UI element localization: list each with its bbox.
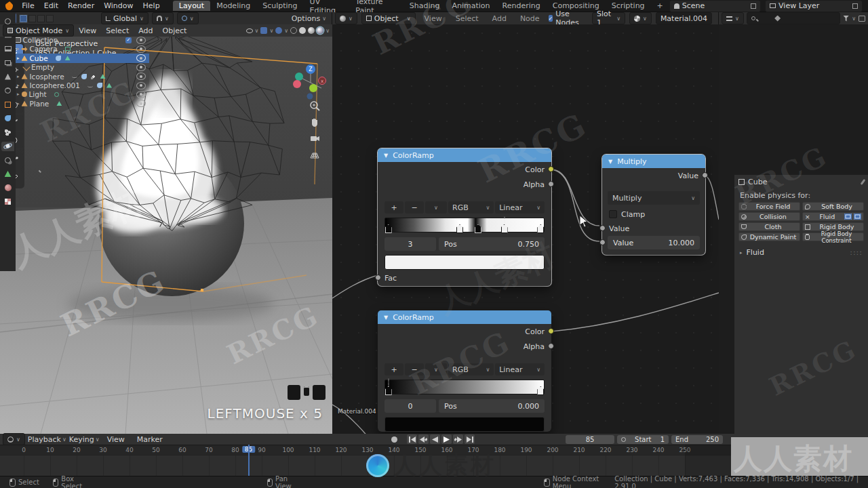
hide-eye-icon[interactable] bbox=[136, 37, 146, 44]
disclosure-triangle-icon[interactable]: ▸ bbox=[17, 56, 20, 61]
node-menu-select[interactable]: Select bbox=[451, 14, 484, 23]
tab-view-layer[interactable] bbox=[1, 58, 14, 68]
show-overlays-icon[interactable] bbox=[246, 28, 253, 33]
stop-color-swatch[interactable] bbox=[384, 255, 545, 270]
collision-button[interactable]: Collision bbox=[738, 212, 800, 221]
transform-orientation-dropdown[interactable]: Global ∨ bbox=[101, 12, 149, 24]
tab-scene[interactable] bbox=[1, 72, 14, 81]
dynamic-paint-button[interactable]: Dynamic Paint bbox=[738, 232, 800, 241]
shader-type-dropdown[interactable]: Object ∨ bbox=[361, 12, 416, 24]
output-alpha-socket[interactable] bbox=[548, 343, 554, 349]
hide-eye-icon[interactable] bbox=[136, 64, 146, 71]
ramp-stop-1[interactable] bbox=[456, 224, 463, 233]
timeline-view-menu[interactable]: View bbox=[102, 435, 130, 444]
node-colorramp-2-header[interactable]: ▼ ColorRamp bbox=[378, 310, 551, 324]
playback-menu[interactable]: Playback∨ bbox=[28, 435, 66, 444]
collapse-triangle-icon[interactable]: ▼ bbox=[384, 314, 388, 321]
hide-eye-icon[interactable] bbox=[136, 54, 146, 62]
color-mode-dropdown[interactable]: RGB∨ bbox=[448, 363, 494, 375]
options-dropdown[interactable]: Options ∨ bbox=[292, 14, 326, 23]
input-value-socket[interactable] bbox=[599, 225, 606, 231]
menu-file[interactable]: File bbox=[17, 1, 39, 10]
workspace-tab-layout[interactable]: Layout bbox=[173, 1, 210, 11]
menu-render[interactable]: Render bbox=[63, 1, 99, 10]
tab-world[interactable] bbox=[1, 86, 14, 96]
collapse-triangle-icon[interactable]: ▼ bbox=[384, 152, 388, 159]
scene-selector[interactable]: Scene bbox=[669, 0, 761, 12]
ramp-stop-1[interactable] bbox=[537, 386, 544, 395]
ramp-specials-dropdown[interactable]: ∨ bbox=[425, 201, 447, 214]
outliner-row-icosphere[interactable]: ▸ Icosphere bbox=[1, 72, 149, 81]
snap-dropdown[interactable]: ∨ bbox=[152, 12, 174, 24]
outliner-row-cube[interactable]: ▸ Cube bbox=[1, 54, 149, 62]
filter-funnel-icon[interactable] bbox=[843, 16, 849, 22]
remove-fluid-icon[interactable]: × bbox=[805, 214, 810, 220]
outliner-row-empty[interactable]: Empty bbox=[1, 63, 149, 72]
tab-material[interactable] bbox=[1, 183, 14, 192]
timeline-marker-menu[interactable]: Marker bbox=[132, 435, 167, 444]
outliner-row-icosphere001[interactable]: ▸ Icosphere.001 bbox=[1, 81, 149, 89]
new-scene-icon[interactable] bbox=[751, 3, 756, 9]
blender-logo-icon[interactable] bbox=[5, 1, 13, 10]
select-box-icon[interactable] bbox=[20, 15, 27, 22]
mode-dropdown[interactable]: Object Mode ∨ bbox=[3, 24, 74, 37]
output-color-socket[interactable] bbox=[548, 328, 554, 334]
input-fac-socket[interactable] bbox=[375, 274, 381, 281]
disclosure-triangle-icon[interactable]: ▸ bbox=[17, 46, 20, 52]
stop-color-swatch[interactable] bbox=[384, 417, 545, 432]
fluid-button[interactable]: × Fluid bbox=[802, 212, 864, 221]
collapse-triangle-icon[interactable]: ▼ bbox=[608, 159, 612, 165]
timeline-editor-type[interactable]: ∨ bbox=[3, 433, 25, 445]
add-stop-button[interactable]: + bbox=[384, 201, 403, 214]
shading-solid-icon[interactable] bbox=[299, 27, 306, 34]
math-operation-dropdown[interactable]: Multiply∨ bbox=[608, 191, 700, 205]
colorramp-gradient-2[interactable] bbox=[384, 380, 545, 394]
outliner-row-plane[interactable]: ▸ Plane bbox=[1, 99, 149, 108]
frame-end-field[interactable]: End250 bbox=[671, 435, 723, 444]
disclosure-triangle-icon[interactable]: ▸ bbox=[17, 83, 20, 88]
menu-help[interactable]: Help bbox=[138, 1, 165, 10]
tab-modifiers[interactable] bbox=[1, 114, 14, 123]
color-mode-dropdown[interactable]: RGB∨ bbox=[448, 201, 494, 214]
view-layer-selector[interactable]: View Layer bbox=[765, 0, 863, 12]
disclosure-triangle-icon[interactable]: ▸ bbox=[17, 101, 20, 106]
jump-to-end-button[interactable] bbox=[465, 434, 475, 444]
new-view-layer-icon[interactable] bbox=[852, 3, 858, 9]
outliner-row-light[interactable]: ▸ Light bbox=[1, 90, 149, 99]
node-menu-add[interactable]: Add bbox=[488, 14, 511, 23]
node-colorramp-1-header[interactable]: ▼ ColorRamp bbox=[378, 148, 551, 162]
outliner-display-mode[interactable]: ∨ bbox=[722, 12, 744, 24]
select-mode-buttons[interactable] bbox=[20, 15, 54, 22]
gizmos-toggle-icon[interactable] bbox=[260, 27, 267, 34]
node-colorramp-1[interactable]: ▼ ColorRamp Color Alpha + − ∨ RGB∨ Linea… bbox=[378, 148, 551, 286]
select-intersect-icon[interactable] bbox=[46, 15, 54, 22]
ramp-stop-2[interactable] bbox=[475, 224, 481, 233]
shading-material-icon[interactable] bbox=[308, 27, 315, 34]
next-keyframe-button[interactable] bbox=[453, 434, 463, 444]
workspace-tab-sculpting[interactable]: Sculpting bbox=[256, 1, 303, 11]
clamp-checkbox[interactable] bbox=[609, 210, 617, 218]
outliner-search[interactable] bbox=[747, 12, 840, 24]
gizmo-x-neg-axis[interactable] bbox=[293, 80, 301, 88]
workspace-tab-modeling[interactable]: Modeling bbox=[210, 1, 256, 11]
play-button[interactable] bbox=[441, 434, 452, 444]
hide-eye-icon[interactable] bbox=[136, 73, 146, 80]
interpolation-dropdown[interactable]: Linear∨ bbox=[495, 363, 545, 375]
material-name-field[interactable]: Material.004 bbox=[656, 12, 712, 24]
panel-drag-dots[interactable]: :::: bbox=[850, 248, 863, 257]
shading-wireframe-icon[interactable] bbox=[290, 27, 297, 34]
remove-stop-button[interactable]: − bbox=[405, 363, 424, 375]
hide-eye-icon[interactable] bbox=[136, 45, 146, 53]
select-extend-icon[interactable] bbox=[28, 15, 36, 22]
vp-menu-add[interactable]: Add bbox=[134, 26, 157, 35]
colorramp-gradient-1[interactable] bbox=[384, 218, 545, 232]
node-multiply-header[interactable]: ▼ Multiply bbox=[602, 155, 705, 168]
gizmo-z-neg-axis[interactable] bbox=[307, 94, 313, 100]
frame-start-field[interactable]: Start1 bbox=[617, 435, 669, 444]
fluid-panel-header[interactable]: ▸ Fluid :::: bbox=[734, 248, 868, 257]
stop-position-field[interactable]: Pos0.750 bbox=[439, 237, 545, 251]
filter-chevron[interactable]: ∨ bbox=[852, 16, 856, 22]
fluid-render-display-toggle[interactable] bbox=[854, 214, 861, 220]
navigation-gizmo[interactable]: Z x bbox=[290, 42, 330, 103]
vp-menu-view[interactable]: View bbox=[74, 26, 101, 35]
